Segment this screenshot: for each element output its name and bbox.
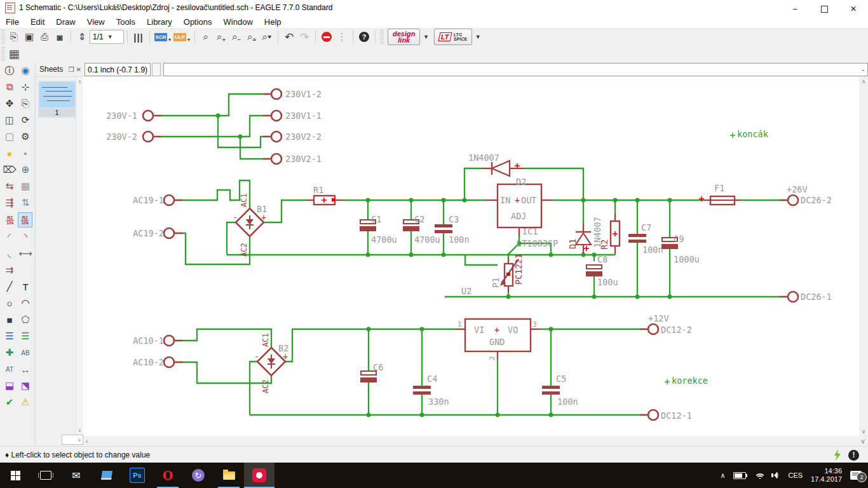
schematic-label[interactable]: +12V <box>648 313 669 323</box>
schematic-label[interactable]: C6 <box>373 362 383 372</box>
toolbar-handle[interactable] <box>380 30 384 44</box>
net-wire[interactable] <box>175 233 250 264</box>
schematic-label[interactable]: AC10-2 <box>133 357 164 367</box>
junction-dot[interactable] <box>409 253 414 257</box>
open-icon[interactable]: ⎘ <box>6 30 22 44</box>
junction-dot[interactable] <box>635 198 640 203</box>
schematic-label[interactable]: + <box>261 212 266 222</box>
net-wire[interactable] <box>218 116 269 147</box>
connector-pad[interactable] <box>164 195 174 205</box>
capacitor-plate[interactable] <box>542 386 560 389</box>
toolbar-handle[interactable] <box>1 47 5 61</box>
polygon-icon[interactable]: ⬠ <box>18 313 32 327</box>
net-wire[interactable] <box>227 222 236 255</box>
more-dots-icon[interactable]: ⋮ <box>334 30 349 44</box>
junction-dot[interactable] <box>613 198 618 203</box>
move-icon[interactable]: ✥ <box>3 97 17 111</box>
bittorrent-app-icon[interactable]: ↻ <box>183 463 214 488</box>
schematic-label[interactable]: 230V1-2 <box>285 89 322 99</box>
schematic-label[interactable]: C7 <box>641 222 651 233</box>
schematic-label[interactable]: +26V <box>787 184 808 194</box>
ltc-spice-button[interactable]: LT LTC SPICE <box>434 29 472 45</box>
volume-icon[interactable] <box>774 472 777 478</box>
menu-item-help[interactable]: Help <box>259 17 287 27</box>
arc-icon[interactable]: ◠ <box>18 296 32 310</box>
junction-dot[interactable] <box>442 198 446 203</box>
spacer-icon[interactable] <box>18 263 32 277</box>
schematic-label[interactable]: AC19-1 <box>133 195 164 205</box>
pin-array-icon[interactable]: ⇉ <box>3 263 17 277</box>
file-explorer-icon[interactable] <box>214 463 244 488</box>
battery-icon[interactable] <box>733 472 746 479</box>
schematic-label[interactable]: + <box>515 195 520 205</box>
close-panel-icon[interactable]: ✕ <box>76 66 81 73</box>
save-icon[interactable]: ▣ <box>22 30 37 44</box>
chevron-down-icon[interactable]: ⌄ <box>860 66 865 72</box>
schematic-label[interactable]: C4 <box>427 374 437 384</box>
junction-dot[interactable] <box>420 327 424 332</box>
net-wire[interactable] <box>465 168 482 200</box>
rect-icon[interactable]: ■ <box>3 313 17 327</box>
run-script-button[interactable]: SCR <box>153 30 168 44</box>
attribute-icon[interactable]: AT <box>3 362 17 376</box>
schematic-label[interactable]: IN <box>500 195 510 205</box>
schematic-label[interactable]: C3 <box>449 214 459 224</box>
net-wire[interactable] <box>175 329 271 347</box>
change-wrench-icon[interactable]: ⚙ <box>18 130 32 144</box>
junction-dot[interactable] <box>420 413 424 417</box>
junction-dot[interactable] <box>668 295 672 299</box>
connector-pad[interactable] <box>648 410 658 420</box>
dot-icon[interactable]: • <box>18 146 32 160</box>
junction-dot[interactable] <box>549 253 553 257</box>
active-app-icon[interactable] <box>244 463 275 488</box>
drc-lightning-icon[interactable] <box>833 449 842 461</box>
paintbrush-icon[interactable]: ● <box>3 146 17 160</box>
schematic-label[interactable]: 100n <box>642 245 663 255</box>
connector-pad[interactable] <box>271 89 281 99</box>
capacitor-plate[interactable] <box>360 377 377 383</box>
capacitor-plate[interactable] <box>586 271 602 276</box>
net-wire[interactable] <box>264 200 306 222</box>
schematic-label[interactable]: AC2 <box>261 379 270 393</box>
schematic-label[interactable]: 230V-1 <box>106 111 137 121</box>
schematic-label[interactable]: - <box>254 351 259 362</box>
schematic-label[interactable]: koncák <box>737 129 768 139</box>
print-icon[interactable]: ⎙ <box>37 30 52 44</box>
clock[interactable]: 14:36 17.4.2017 <box>811 467 842 484</box>
capacitor-plate[interactable] <box>628 240 646 243</box>
opera-app-icon[interactable]: O <box>153 463 183 488</box>
gateswap-icon[interactable]: ⇶ <box>3 196 17 210</box>
wifi-icon[interactable] <box>754 471 766 480</box>
junction-dot[interactable] <box>506 295 511 299</box>
display-layers-icon[interactable]: ⧉ <box>3 80 17 94</box>
menu-item-tools[interactable]: Tools <box>111 17 141 27</box>
schematic-label[interactable]: D1 <box>567 239 578 249</box>
connector-pad[interactable] <box>271 154 281 164</box>
language-indicator[interactable]: CES <box>788 471 803 479</box>
schematic-label[interactable]: 230V-2 <box>106 132 137 142</box>
mark-origin-icon[interactable]: ⊹ <box>18 80 32 94</box>
junction-icon[interactable]: ✚ <box>3 346 17 360</box>
replace-icon[interactable]: ▦ <box>18 179 32 193</box>
vertical-scrollbar[interactable]: ∧ ∨ <box>859 77 868 436</box>
schematic-label[interactable]: AC2 <box>240 243 248 257</box>
junction-dot[interactable] <box>549 413 553 417</box>
schematic-label[interactable]: DC12-2 <box>661 325 692 335</box>
zoom-select-icon[interactable]: ⌕₌ <box>244 30 259 44</box>
schematic-canvas[interactable]: 230V-1230V-2230V1-2230V1-1230V2-2230V2-1… <box>83 77 859 436</box>
optimize-icon[interactable]: ◟ <box>3 247 17 261</box>
bus-icon[interactable]: ☰ <box>3 329 17 343</box>
bridge-diode[interactable] <box>268 358 275 364</box>
schematic-label[interactable]: C2 <box>414 214 424 224</box>
connector-pad[interactable] <box>271 111 281 121</box>
help-icon[interactable]: ? <box>356 30 372 44</box>
junction-dot[interactable] <box>581 198 586 203</box>
schematic-label[interactable]: 1000u <box>674 254 700 264</box>
schematic-label[interactable]: 1N4007 <box>592 217 602 248</box>
schematic-label[interactable]: 1 <box>458 320 462 329</box>
schematic-label[interactable]: C5 <box>556 374 566 384</box>
run-ulp-button[interactable]: ULP <box>172 30 187 44</box>
junction-dot[interactable] <box>549 327 553 332</box>
design-link-button[interactable]: design link <box>388 29 420 45</box>
diode-d2[interactable] <box>492 161 510 176</box>
